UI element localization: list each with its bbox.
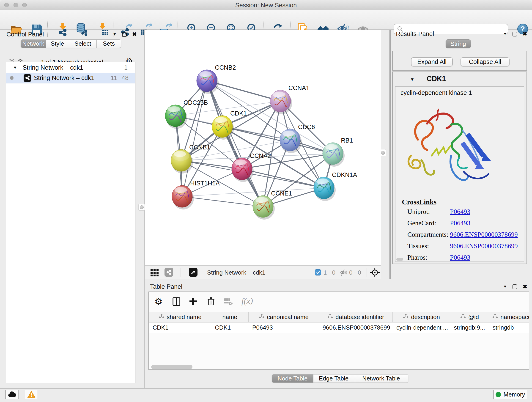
table-horizontal-scrollbar[interactable]	[151, 365, 527, 369]
cloud-icon	[7, 391, 16, 398]
tab-network[interactable]: Network	[21, 39, 46, 48]
table-cell[interactable]: 9606.ENSP00000378699	[319, 322, 393, 333]
birdseye-view-icon[interactable]	[151, 269, 159, 277]
network-canvas[interactable]: CCNB2CCNA1CDC25BCDK1CDC6RB1CCNB1CCNA2CDK…	[145, 30, 381, 265]
network-share-icon[interactable]	[165, 268, 173, 277]
network-collection-row[interactable]: ▼ String Network – cdk1 1	[6, 62, 135, 73]
tab-edge-table[interactable]: Edge Table	[313, 374, 354, 383]
gene-description: cyclin-dependent kinase 1	[400, 89, 472, 96]
table-cell[interactable]: stringdb	[489, 322, 529, 333]
add-column-icon[interactable]	[189, 297, 197, 307]
tab-sets[interactable]: Sets	[97, 39, 121, 48]
tab-node-table[interactable]: Node Table	[272, 374, 313, 383]
crosslinks-list: Uniprot:P06493GeneCard:P06493Compartment…	[407, 208, 522, 265]
hidden-items-icon	[340, 269, 347, 277]
crosslink-label: Pharos:	[407, 254, 450, 261]
network-edge-CCNB2-HIST1H1A[interactable]	[182, 81, 207, 196]
scrollbar-thumb[interactable]	[151, 365, 192, 369]
warnings-button[interactable]	[25, 390, 38, 399]
results-panel-edge	[389, 30, 391, 279]
crosslink-link[interactable]: 9606.ENSP00000378699	[450, 231, 518, 238]
expand-all-button[interactable]: Expand All	[411, 57, 453, 66]
crosslink-row: Compartments:9606.ENSP00000378699	[407, 231, 522, 238]
results-panel-menu-icon[interactable]: ▼	[503, 32, 507, 36]
column-header-shared-name[interactable]: shared name	[149, 312, 211, 322]
column-header-description[interactable]: description	[393, 312, 450, 322]
selected-checkbox[interactable]	[315, 269, 321, 275]
fit-selected-crosshair-icon[interactable]	[370, 268, 380, 279]
network-node-CCNA1[interactable]: CCNA1	[270, 85, 310, 114]
netbar-separator	[367, 268, 367, 277]
table-cell[interactable]: P06493	[249, 322, 319, 333]
column-header-canonical-name[interactable]: canonical name	[249, 312, 319, 322]
table-panel-menu-icon[interactable]: ▼	[503, 284, 507, 289]
crosslink-link[interactable]: P06493	[450, 254, 470, 261]
network-node-CDKN1A[interactable]: CDKN1A	[314, 172, 357, 201]
column-header-name[interactable]: name	[211, 312, 249, 322]
protein-structure-image	[404, 103, 500, 195]
tab-style[interactable]: Style	[46, 39, 69, 48]
results-scrollbar-stub[interactable]	[396, 258, 403, 261]
control-panel-title: Control Panel	[6, 31, 44, 38]
left-splitter-handle[interactable]	[138, 204, 145, 211]
column-header-@id[interactable]: @id	[450, 312, 489, 322]
network-label: String Network – cdk1	[34, 75, 94, 82]
table-cell[interactable]: cyclin-dependent ...	[393, 322, 450, 333]
node-label-CDK1: CDK1	[230, 110, 247, 117]
network-node-CCNE1[interactable]: CCNE1	[253, 190, 292, 220]
network-node-CCNB2[interactable]: CCNB2	[196, 64, 236, 94]
status-bar: Memory	[0, 388, 532, 402]
open-in-new-window-icon[interactable]	[189, 268, 197, 277]
main-toolbar: ?	[0, 10, 532, 30]
network-edge-CCNA2-CDKN1A[interactable]	[242, 169, 324, 188]
results-panel-float-icon[interactable]	[513, 32, 517, 36]
memory-status-dot	[496, 392, 501, 397]
cloud-button[interactable]	[5, 390, 19, 399]
column-label: canonical name	[267, 313, 309, 321]
network-node-RB1[interactable]: RB1	[323, 137, 353, 167]
crosslink-link[interactable]: 9606.ENSP00000378699	[450, 242, 518, 250]
function-builder-icon: f(x)	[241, 296, 253, 306]
table-settings-gear-icon[interactable]: ⚙	[154, 296, 163, 307]
control-panel-menu-icon[interactable]: ▼	[113, 32, 117, 37]
table-panel-close-icon[interactable]: ✖	[523, 284, 527, 289]
column-header-namespace[interactable]: namespace	[489, 312, 529, 322]
memory-button[interactable]: Memory	[493, 390, 527, 399]
control-panel-float-icon[interactable]	[122, 32, 127, 37]
crosslink-link[interactable]: P06493	[450, 219, 470, 227]
delete-column-trash-icon[interactable]	[207, 297, 215, 307]
column-type-icon	[327, 313, 333, 321]
import-network-database-button[interactable]	[75, 22, 88, 36]
table-row[interactable]: CDK1CDK1P064939606.ENSP00000378699cyclin…	[149, 322, 529, 333]
collection-count: 1	[124, 64, 128, 71]
crosslink-row: Pharos:P06493	[407, 254, 522, 261]
tab-network-table[interactable]: Network Table	[354, 374, 408, 383]
show-columns-icon[interactable]	[172, 297, 181, 307]
table-cell[interactable]: stringdb:9...	[450, 322, 489, 333]
collapse-all-button[interactable]: Collapse All	[461, 57, 510, 66]
table-cell[interactable]: CDK1	[211, 322, 249, 333]
toolbar-separator	[47, 22, 48, 37]
network-node-CCNB1[interactable]: CCNB1	[171, 144, 210, 173]
network-row[interactable]: String Network – cdk1 11 48	[6, 73, 135, 83]
collection-expand-icon[interactable]: ▼	[13, 65, 17, 70]
tab-string[interactable]: String	[446, 39, 471, 48]
import-table-button[interactable]	[96, 22, 109, 36]
import-network-icon	[56, 22, 69, 36]
network-node-CDC6[interactable]: CDC6	[280, 123, 315, 153]
crosslink-link[interactable]: P06493	[450, 208, 470, 216]
column-header-database-identifier[interactable]: database identifier	[319, 312, 393, 322]
table-panel-float-icon[interactable]	[513, 284, 517, 289]
title-bar: Session: New Session	[0, 0, 532, 10]
network-edge-CCNB2-CCNE1[interactable]	[207, 81, 263, 206]
application-window: Session: New Session ? Control Panel	[0, 0, 532, 402]
crosslink-row: GeneCard:P06493	[407, 219, 522, 227]
table-cell[interactable]: CDK1	[149, 322, 211, 333]
gene-collapse-icon[interactable]: ▼	[410, 77, 414, 82]
results-panel-close-icon[interactable]: ✖	[523, 31, 527, 37]
tab-select[interactable]: Select	[69, 39, 97, 48]
column-label: name	[222, 313, 237, 321]
network-edge-HIST1H1A-CCNE1[interactable]	[182, 196, 263, 206]
import-network-file-button[interactable]	[56, 22, 69, 36]
gene-section: ▼ CDK1 cyclin-dependent kinase 1	[392, 71, 527, 264]
